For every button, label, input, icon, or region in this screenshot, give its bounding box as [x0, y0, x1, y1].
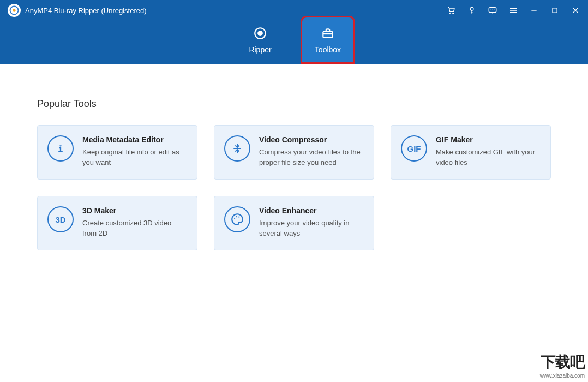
svg-rect-12 [323, 32, 332, 38]
tool-desc: Keep original file info or edit as you w… [82, 147, 187, 168]
maximize-icon[interactable] [550, 5, 560, 15]
compress-icon [224, 135, 250, 162]
svg-point-7 [492, 10, 493, 11]
watermark: 下载吧 www.xiazaiba.com [540, 352, 585, 379]
app-title: AnyMP4 Blu-ray Ripper (Unregistered) [25, 7, 147, 15]
tool-media-metadata-editor[interactable]: Media Metadata Editor Keep original file… [37, 125, 197, 180]
svg-rect-9 [553, 8, 557, 13]
menu-icon[interactable] [508, 5, 518, 15]
tools-grid: Media Metadata Editor Keep original file… [37, 125, 551, 250]
tabs-row: Ripper Toolbox [0, 17, 588, 64]
tool-video-enhancer[interactable]: Video Enhancer Improve your video qualit… [214, 196, 374, 250]
ripper-icon [253, 26, 268, 41]
watermark-small: www.xiazaiba.com [540, 373, 585, 379]
section-title: Popular Tools [37, 98, 551, 110]
3d-icon-text: 3D [55, 215, 65, 224]
gif-icon-text: GIF [407, 144, 421, 153]
toolbox-icon [320, 26, 335, 41]
content-area: Popular Tools Media Metadata Editor Keep… [0, 64, 588, 250]
gif-icon: GIF [401, 135, 427, 162]
tool-desc: Compress your video files to the proper … [259, 147, 364, 168]
svg-point-15 [236, 216, 237, 217]
tool-title: Video Enhancer [259, 206, 364, 215]
svg-point-1 [13, 9, 15, 11]
app-logo-icon [8, 4, 21, 17]
watermark-big: 下载吧 [540, 352, 585, 373]
svg-point-3 [453, 13, 454, 14]
svg-point-14 [234, 218, 235, 219]
tool-desc: Make customized GIF with your video file… [436, 147, 541, 168]
tab-toolbox[interactable]: Toolbox [302, 17, 353, 62]
key-icon[interactable] [467, 5, 477, 15]
feedback-icon[interactable] [488, 5, 497, 15]
tool-title: GIF Maker [436, 135, 541, 144]
svg-point-16 [238, 217, 239, 218]
info-icon [47, 135, 74, 162]
tool-video-compressor[interactable]: Video Compressor Compress your video fil… [214, 125, 374, 180]
window-controls [446, 5, 580, 15]
svg-point-6 [490, 10, 491, 11]
tool-title: Media Metadata Editor [82, 135, 187, 144]
tool-gif-maker[interactable]: GIF GIF Maker Make customized GIF with y… [391, 125, 551, 180]
svg-point-8 [494, 10, 495, 11]
3d-icon: 3D [47, 206, 74, 232]
tool-3d-maker[interactable]: 3D 3D Maker Create customized 3D video f… [37, 196, 197, 250]
tool-title: 3D Maker [82, 206, 187, 215]
close-icon[interactable] [571, 5, 580, 15]
tool-desc: Create customized 3D video from 2D [82, 218, 187, 239]
svg-point-13 [61, 146, 61, 146]
tool-title: Video Compressor [259, 135, 364, 144]
tool-desc: Improve your video quality in several wa… [259, 218, 364, 239]
cart-icon[interactable] [446, 5, 456, 15]
palette-icon [224, 206, 250, 232]
tab-toolbox-label: Toolbox [315, 45, 341, 54]
tab-ripper-label: Ripper [249, 45, 271, 54]
svg-point-4 [470, 7, 473, 10]
svg-point-2 [450, 13, 451, 14]
minimize-icon[interactable] [529, 5, 539, 15]
svg-point-11 [258, 31, 262, 35]
titlebar: AnyMP4 Blu-ray Ripper (Unregistered) [0, 0, 588, 64]
tab-ripper[interactable]: Ripper [235, 17, 286, 62]
titlebar-top-row: AnyMP4 Blu-ray Ripper (Unregistered) [0, 0, 588, 16]
